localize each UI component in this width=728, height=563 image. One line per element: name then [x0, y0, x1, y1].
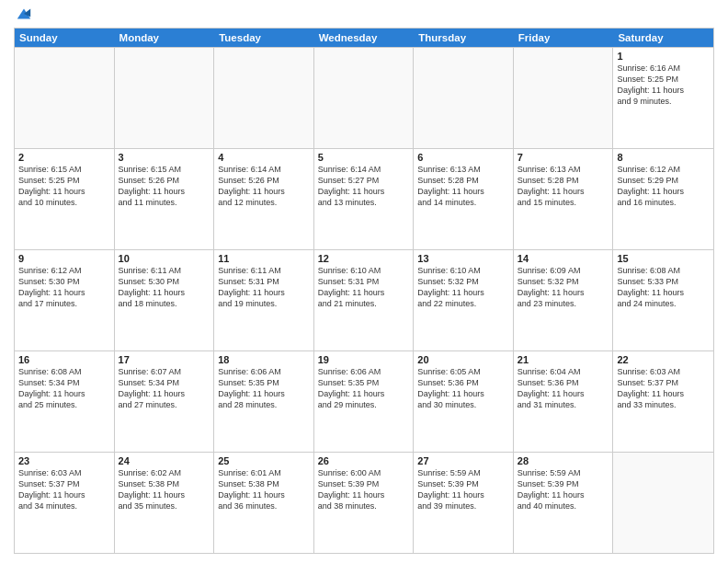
header-day-saturday: Saturday — [613, 29, 713, 47]
day-info: Sunrise: 6:13 AM Sunset: 5:28 PM Dayligh… — [417, 164, 509, 209]
day-info: Sunrise: 6:12 AM Sunset: 5:30 PM Dayligh… — [18, 265, 110, 310]
day-info: Sunrise: 6:11 AM Sunset: 5:31 PM Dayligh… — [218, 265, 310, 310]
day-cell-8: 8Sunrise: 6:12 AM Sunset: 5:29 PM Daylig… — [613, 149, 713, 249]
day-number: 23 — [18, 455, 110, 466]
day-number: 25 — [218, 455, 310, 466]
day-number: 20 — [417, 354, 509, 365]
header-day-thursday: Thursday — [414, 29, 514, 47]
day-info: Sunrise: 6:04 AM Sunset: 5:36 PM Dayligh… — [518, 366, 609, 411]
day-info: Sunrise: 6:12 AM Sunset: 5:29 PM Dayligh… — [617, 164, 710, 209]
day-info: Sunrise: 6:10 AM Sunset: 5:31 PM Dayligh… — [318, 265, 410, 310]
day-cell-25: 25Sunrise: 6:01 AM Sunset: 5:38 PM Dayli… — [214, 453, 314, 553]
day-cell-21: 21Sunrise: 6:04 AM Sunset: 5:36 PM Dayli… — [514, 351, 614, 452]
logo — [14, 13, 32, 22]
page: SundayMondayTuesdayWednesdayThursdayFrid… — [0, 0, 728, 563]
day-info: Sunrise: 5:59 AM Sunset: 5:39 PM Dayligh… — [417, 467, 509, 512]
day-cell-1: 1Sunrise: 6:16 AM Sunset: 5:25 PM Daylig… — [613, 48, 713, 148]
header-day-tuesday: Tuesday — [214, 29, 314, 47]
header-day-wednesday: Wednesday — [314, 29, 415, 47]
day-number: 5 — [318, 152, 410, 163]
day-info: Sunrise: 6:13 AM Sunset: 5:28 PM Dayligh… — [518, 164, 609, 209]
day-cell-empty-0-1 — [115, 48, 215, 148]
header-day-sunday: Sunday — [15, 29, 115, 47]
day-cell-3: 3Sunrise: 6:15 AM Sunset: 5:26 PM Daylig… — [115, 149, 215, 249]
day-cell-2: 2Sunrise: 6:15 AM Sunset: 5:25 PM Daylig… — [15, 149, 115, 249]
day-number: 14 — [518, 253, 609, 264]
day-number: 8 — [617, 152, 710, 163]
header-day-friday: Friday — [514, 29, 614, 47]
day-number: 26 — [318, 455, 410, 466]
day-number: 21 — [518, 354, 609, 365]
day-number: 12 — [318, 253, 410, 264]
calendar: SundayMondayTuesdayWednesdayThursdayFrid… — [14, 28, 714, 554]
day-cell-6: 6Sunrise: 6:13 AM Sunset: 5:28 PM Daylig… — [414, 149, 514, 249]
day-cell-27: 27Sunrise: 5:59 AM Sunset: 5:39 PM Dayli… — [414, 453, 514, 553]
week-row-4: 23Sunrise: 6:03 AM Sunset: 5:37 PM Dayli… — [15, 452, 713, 553]
day-number: 13 — [417, 253, 509, 264]
day-cell-18: 18Sunrise: 6:06 AM Sunset: 5:35 PM Dayli… — [214, 351, 314, 452]
day-cell-9: 9Sunrise: 6:12 AM Sunset: 5:30 PM Daylig… — [15, 250, 115, 350]
day-info: Sunrise: 6:03 AM Sunset: 5:37 PM Dayligh… — [18, 467, 110, 512]
day-cell-empty-0-4 — [414, 48, 514, 148]
day-cell-empty-0-3 — [314, 48, 415, 148]
day-number: 17 — [119, 354, 210, 365]
day-info: Sunrise: 6:01 AM Sunset: 5:38 PM Dayligh… — [218, 467, 310, 512]
day-cell-20: 20Sunrise: 6:05 AM Sunset: 5:36 PM Dayli… — [414, 351, 514, 452]
day-cell-19: 19Sunrise: 6:06 AM Sunset: 5:35 PM Dayli… — [314, 351, 415, 452]
day-cell-13: 13Sunrise: 6:10 AM Sunset: 5:32 PM Dayli… — [414, 250, 514, 350]
day-number: 16 — [18, 354, 110, 365]
day-cell-28: 28Sunrise: 5:59 AM Sunset: 5:39 PM Dayli… — [514, 453, 614, 553]
day-info: Sunrise: 6:15 AM Sunset: 5:25 PM Dayligh… — [18, 164, 110, 209]
day-cell-empty-4-6 — [613, 453, 713, 553]
day-info: Sunrise: 6:08 AM Sunset: 5:33 PM Dayligh… — [617, 265, 710, 310]
day-info: Sunrise: 6:15 AM Sunset: 5:26 PM Dayligh… — [119, 164, 210, 209]
day-number: 15 — [617, 253, 710, 264]
day-cell-22: 22Sunrise: 6:03 AM Sunset: 5:37 PM Dayli… — [613, 351, 713, 452]
day-cell-5: 5Sunrise: 6:14 AM Sunset: 5:27 PM Daylig… — [314, 149, 415, 249]
day-info: Sunrise: 6:02 AM Sunset: 5:38 PM Dayligh… — [119, 467, 210, 512]
calendar-body: 1Sunrise: 6:16 AM Sunset: 5:25 PM Daylig… — [15, 47, 713, 553]
day-number: 28 — [518, 455, 609, 466]
day-info: Sunrise: 6:07 AM Sunset: 5:34 PM Dayligh… — [119, 366, 210, 411]
day-cell-23: 23Sunrise: 6:03 AM Sunset: 5:37 PM Dayli… — [15, 453, 115, 553]
week-row-0: 1Sunrise: 6:16 AM Sunset: 5:25 PM Daylig… — [15, 47, 713, 148]
day-cell-24: 24Sunrise: 6:02 AM Sunset: 5:38 PM Dayli… — [115, 453, 215, 553]
day-number: 2 — [18, 152, 110, 163]
day-cell-26: 26Sunrise: 6:00 AM Sunset: 5:39 PM Dayli… — [314, 453, 415, 553]
day-info: Sunrise: 6:16 AM Sunset: 5:25 PM Dayligh… — [617, 63, 710, 108]
day-info: Sunrise: 6:10 AM Sunset: 5:32 PM Dayligh… — [417, 265, 509, 310]
header — [14, 9, 714, 22]
day-info: Sunrise: 6:05 AM Sunset: 5:36 PM Dayligh… — [417, 366, 509, 411]
day-cell-17: 17Sunrise: 6:07 AM Sunset: 5:34 PM Dayli… — [115, 351, 215, 452]
day-number: 9 — [18, 253, 110, 264]
day-cell-4: 4Sunrise: 6:14 AM Sunset: 5:26 PM Daylig… — [214, 149, 314, 249]
day-number: 18 — [218, 354, 310, 365]
day-info: Sunrise: 6:08 AM Sunset: 5:34 PM Dayligh… — [18, 366, 110, 411]
week-row-3: 16Sunrise: 6:08 AM Sunset: 5:34 PM Dayli… — [15, 350, 713, 452]
day-cell-12: 12Sunrise: 6:10 AM Sunset: 5:31 PM Dayli… — [314, 250, 415, 350]
day-info: Sunrise: 6:11 AM Sunset: 5:30 PM Dayligh… — [119, 265, 210, 310]
header-day-monday: Monday — [115, 29, 215, 47]
day-info: Sunrise: 6:03 AM Sunset: 5:37 PM Dayligh… — [617, 366, 710, 411]
day-info: Sunrise: 6:14 AM Sunset: 5:27 PM Dayligh… — [318, 164, 410, 209]
day-info: Sunrise: 5:59 AM Sunset: 5:39 PM Dayligh… — [518, 467, 609, 512]
day-cell-empty-0-5 — [514, 48, 614, 148]
day-info: Sunrise: 6:06 AM Sunset: 5:35 PM Dayligh… — [218, 366, 310, 411]
day-cell-empty-0-2 — [214, 48, 314, 148]
day-number: 10 — [119, 253, 210, 264]
day-number: 7 — [518, 152, 609, 163]
day-number: 1 — [617, 51, 710, 62]
day-cell-empty-0-0 — [15, 48, 115, 148]
day-number: 4 — [218, 152, 310, 163]
day-cell-10: 10Sunrise: 6:11 AM Sunset: 5:30 PM Dayli… — [115, 250, 215, 350]
week-row-1: 2Sunrise: 6:15 AM Sunset: 5:25 PM Daylig… — [15, 148, 713, 249]
day-cell-11: 11Sunrise: 6:11 AM Sunset: 5:31 PM Dayli… — [214, 250, 314, 350]
day-number: 3 — [119, 152, 210, 163]
day-info: Sunrise: 6:00 AM Sunset: 5:39 PM Dayligh… — [318, 467, 410, 512]
logo-text — [14, 13, 32, 22]
day-number: 11 — [218, 253, 310, 264]
day-cell-16: 16Sunrise: 6:08 AM Sunset: 5:34 PM Dayli… — [15, 351, 115, 452]
day-number: 24 — [119, 455, 210, 466]
day-number: 27 — [417, 455, 509, 466]
day-cell-7: 7Sunrise: 6:13 AM Sunset: 5:28 PM Daylig… — [514, 149, 614, 249]
